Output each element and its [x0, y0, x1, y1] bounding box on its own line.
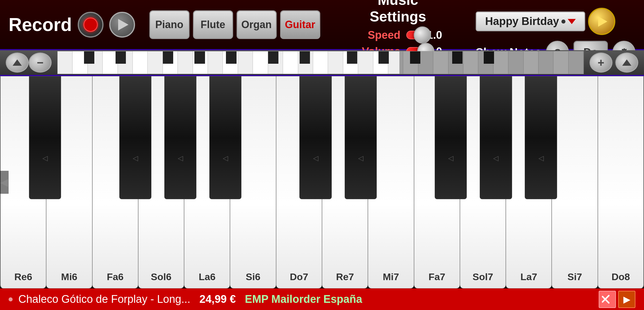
nav-up-left[interactable]	[6, 53, 29, 73]
piano-keyboard-container: ◀ Re6 Mi6 Fa6 Sol6 La6 Si6 Do7	[0, 76, 644, 288]
white-key-do8[interactable]: Do8	[598, 76, 644, 288]
record-indicator	[83, 18, 98, 32]
music-control-title: Music Control	[476, 0, 571, 2]
key-label-mi6: Mi6	[61, 271, 77, 282]
ad-indicator	[9, 297, 13, 301]
ad-description: Chaleco Gótico de Forplay - Long...	[18, 293, 190, 305]
song-display[interactable]: Happy Birtday	[476, 11, 585, 31]
main-content: Record Piano Flute Organ Guitar Music Se…	[0, 0, 644, 288]
speed-label: Speed	[349, 29, 401, 41]
speed-row: Speed 1.0	[349, 29, 447, 41]
ad-bar: Chaleco Gótico de Forplay - Long... 24,9…	[0, 288, 644, 310]
play-icon	[118, 19, 128, 30]
ad-shop: EMP Mailorder España	[245, 293, 362, 305]
instrument-guitar[interactable]: Guitar	[280, 10, 320, 39]
nav-up-right[interactable]	[615, 53, 638, 73]
ad-arrow-icon: ▶	[623, 294, 631, 305]
key-label-fa6: Fa6	[107, 271, 124, 282]
black-key-reb7[interactable]	[345, 76, 377, 199]
song-row: Happy Birtday	[476, 8, 615, 35]
instrument-organ[interactable]: Organ	[237, 10, 277, 39]
black-key-solb7[interactable]	[435, 76, 467, 199]
keyboard-nav: −	[0, 50, 644, 76]
play-button-top[interactable]	[109, 12, 135, 38]
dropdown-arrow-icon	[568, 19, 576, 24]
ad-close-button[interactable]	[599, 291, 616, 308]
song-name: Happy Birtday	[485, 15, 559, 28]
key-label-do7: Do7	[290, 271, 308, 282]
plus-icon: +	[598, 56, 604, 69]
key-label-re6: Re6	[14, 271, 32, 282]
black-key-sib7[interactable]	[525, 76, 557, 199]
nav-minus[interactable]: −	[29, 53, 52, 73]
black-key-lab6[interactable]	[164, 76, 196, 199]
keyboard-left-arrow[interactable]: ◀	[0, 171, 9, 194]
up-arrow-right-icon	[622, 59, 631, 66]
instrument-piano[interactable]: Piano	[149, 10, 190, 39]
play-song-button[interactable]	[588, 8, 615, 35]
key-label-si6: Si6	[246, 271, 260, 282]
instrument-flute[interactable]: Flute	[193, 10, 233, 39]
key-label-sol7: Sol7	[473, 271, 493, 282]
record-label: Record	[9, 14, 72, 35]
black-key-sib6[interactable]	[209, 76, 241, 199]
nav-plus[interactable]: +	[590, 53, 612, 73]
key-label-sol6: Sol6	[151, 271, 171, 282]
key-label-re7: Re7	[336, 271, 354, 282]
black-key-lab7[interactable]	[480, 76, 512, 199]
mini-keyboard	[57, 51, 584, 74]
black-key-reb6[interactable]	[29, 76, 61, 199]
play-song-icon	[598, 16, 607, 27]
music-settings-title: Music Settings	[349, 0, 447, 25]
white-key-si7[interactable]: Si7	[552, 76, 598, 288]
key-label-la6: La6	[199, 271, 216, 282]
ad-text: Chaleco Gótico de Forplay - Long... 24,9…	[18, 293, 593, 305]
record-button[interactable]	[78, 12, 104, 38]
ad-price: 24,99 €	[200, 293, 236, 305]
key-label-si7: Si7	[567, 271, 582, 282]
black-key-dob7[interactable]	[299, 76, 331, 199]
key-label-do8: Do8	[612, 271, 630, 282]
speed-slider[interactable]	[406, 31, 421, 39]
top-bar: Record Piano Flute Organ Guitar Music Se…	[0, 0, 644, 50]
key-label-fa7: Fa7	[428, 271, 445, 282]
up-arrow-icon	[13, 59, 22, 66]
ad-arrow-button[interactable]: ▶	[618, 291, 635, 308]
song-dot	[561, 20, 565, 24]
key-label-mi7: Mi7	[383, 271, 399, 282]
instrument-buttons: Piano Flute Organ Guitar	[149, 10, 320, 39]
record-section: Record	[9, 12, 135, 38]
speed-thumb[interactable]	[414, 26, 431, 44]
key-label-la7: La7	[520, 271, 537, 282]
black-key-solb6[interactable]	[119, 76, 151, 199]
minus-icon: −	[37, 56, 43, 69]
